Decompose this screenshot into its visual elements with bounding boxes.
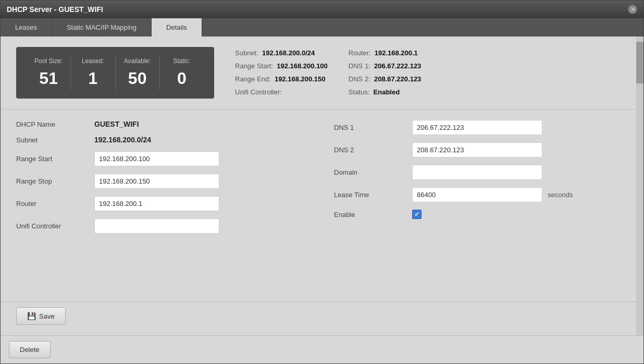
pool-size-stat: Pool Size: 51 xyxy=(27,55,71,90)
info-router: Router: 192.168.200.1 xyxy=(349,49,422,57)
form-row-domain: Domain xyxy=(334,165,621,180)
dns1-info-value: 206.67.222.123 xyxy=(374,62,421,70)
form-row-dns2: DNS 2 xyxy=(334,142,621,157)
unifi-form-label: Unifi Controller xyxy=(16,222,89,230)
pool-size-value: 51 xyxy=(33,69,64,88)
range-stop-form-label: Range Stop xyxy=(16,177,89,185)
floppy-icon: 💾 xyxy=(27,312,36,320)
info-range-start: Range Start: 192.168.200.100 xyxy=(235,62,328,70)
dns1-input[interactable] xyxy=(412,120,542,135)
domain-input[interactable] xyxy=(412,165,542,180)
domain-form-label: Domain xyxy=(334,168,407,176)
dns1-form-label: DNS 1 xyxy=(334,124,407,131)
scrollbar-track[interactable] xyxy=(636,37,643,335)
network-col-left: Subnet: 192.168.200.0/24 Range Start: 19… xyxy=(235,49,328,96)
range-start-info-value: 192.168.200.100 xyxy=(277,62,328,70)
form-row-enable: Enable xyxy=(334,210,621,219)
info-dns2: DNS 2: 208.67.220.123 xyxy=(349,75,422,83)
subnet-form-value: 192.168.200.0/24 xyxy=(94,136,151,144)
tab-bar: Leases Static MAC/IP Mapping Details xyxy=(1,18,643,37)
form-row-router: Router xyxy=(16,196,303,211)
save-button[interactable]: 💾 Save xyxy=(16,307,66,325)
dns2-info-label: DNS 2: xyxy=(349,75,370,83)
info-range-end: Range End: 192.168.200.150 xyxy=(235,75,328,83)
tab-leases[interactable]: Leases xyxy=(1,18,52,37)
delete-label: Delete xyxy=(20,346,40,354)
stats-box: Pool Size: 51 Leased: 1 Available: 50 St… xyxy=(16,47,214,99)
dns2-input[interactable] xyxy=(412,142,542,157)
leased-label: Leased: xyxy=(77,57,108,65)
available-stat: Available: 50 xyxy=(116,55,160,90)
static-stat: Static: 0 xyxy=(160,55,204,90)
form-row-range-start: Range Start xyxy=(16,151,303,166)
range-end-info-value: 192.168.200.150 xyxy=(275,75,326,83)
info-subnet: Subnet: 192.168.200.0/24 xyxy=(235,49,328,57)
leased-value: 1 xyxy=(77,69,108,88)
range-stop-input[interactable] xyxy=(94,174,219,189)
lease-time-input[interactable] xyxy=(412,187,542,202)
range-start-input[interactable] xyxy=(94,151,219,166)
enable-checkbox[interactable] xyxy=(412,210,422,219)
save-section: 💾 Save xyxy=(1,302,636,335)
window-title: DHCP Server - GUEST_WIFI xyxy=(7,5,103,14)
status-info-label: Status: xyxy=(349,88,369,96)
form-row-range-stop: Range Stop xyxy=(16,174,303,189)
range-start-info-label: Range Start: xyxy=(235,62,273,70)
leased-stat: Leased: 1 xyxy=(71,55,115,90)
router-form-label: Router xyxy=(16,200,89,208)
main-window: DHCP Server - GUEST_WIFI ✕ Leases Static… xyxy=(0,0,644,364)
subnet-form-label: Subnet xyxy=(16,136,89,144)
static-label: Static: xyxy=(166,57,197,65)
form-row-dhcp-name: DHCP Name GUEST_WIFI xyxy=(16,120,303,128)
dns2-form-label: DNS 2 xyxy=(334,146,407,154)
router-info-value: 192.168.200.1 xyxy=(375,49,418,57)
network-info: Subnet: 192.168.200.0/24 Range Start: 19… xyxy=(235,47,621,99)
form-col-left: DHCP Name GUEST_WIFI Subnet 192.168.200.… xyxy=(16,120,303,296)
dhcp-name-value: GUEST_WIFI xyxy=(94,120,139,128)
range-start-form-label: Range Start xyxy=(16,155,89,163)
subnet-info-value: 192.168.200.0/24 xyxy=(262,49,315,57)
dns2-info-value: 208.67.220.123 xyxy=(374,75,421,83)
enable-form-label: Enable xyxy=(334,211,407,219)
titlebar: DHCP Server - GUEST_WIFI ✕ xyxy=(1,1,643,18)
close-button[interactable]: ✕ xyxy=(628,5,637,14)
range-end-info-label: Range End: xyxy=(235,75,271,83)
form-row-unifi: Unifi Controller xyxy=(16,219,303,234)
router-input[interactable] xyxy=(94,196,219,211)
status-info-value: Enabled xyxy=(374,88,400,96)
info-section: Pool Size: 51 Leased: 1 Available: 50 St… xyxy=(1,37,636,109)
pool-size-label: Pool Size: xyxy=(33,57,64,65)
form-row-lease-time: Lease Time seconds xyxy=(334,187,621,202)
subnet-info-label: Subnet: xyxy=(235,49,258,57)
tab-details[interactable]: Details xyxy=(152,18,202,37)
delete-button[interactable]: Delete xyxy=(9,341,51,358)
tab-static-mac[interactable]: Static MAC/IP Mapping xyxy=(52,18,152,37)
form-row-dns1: DNS 1 xyxy=(334,120,621,135)
router-info-label: Router: xyxy=(349,49,371,57)
form-section: DHCP Name GUEST_WIFI Subnet 192.168.200.… xyxy=(1,110,636,301)
form-row-subnet: Subnet 192.168.200.0/24 xyxy=(16,136,303,144)
dns1-info-label: DNS 1: xyxy=(349,62,370,70)
main-content: Pool Size: 51 Leased: 1 Available: 50 St… xyxy=(1,37,636,335)
available-value: 50 xyxy=(122,69,153,88)
unifi-input[interactable] xyxy=(94,219,219,234)
info-dns1: DNS 1: 206.67.222.123 xyxy=(349,62,422,70)
save-label: Save xyxy=(39,312,55,320)
dhcp-name-label: DHCP Name xyxy=(16,120,89,128)
lease-time-form-label: Lease Time xyxy=(334,191,407,199)
form-col-right: DNS 1 DNS 2 Domain Lease Time seco xyxy=(334,120,621,296)
available-label: Available: xyxy=(122,57,153,65)
bottom-bar: Delete xyxy=(1,335,643,363)
unifi-info-label: Unifi Controller: xyxy=(235,88,282,96)
seconds-label: seconds xyxy=(548,191,573,199)
scrollbar-thumb[interactable] xyxy=(636,42,643,83)
static-value: 0 xyxy=(166,69,197,88)
network-col-right: Router: 192.168.200.1 DNS 1: 206.67.222.… xyxy=(349,49,422,96)
info-unifi: Unifi Controller: xyxy=(235,88,328,96)
main-body: Pool Size: 51 Leased: 1 Available: 50 St… xyxy=(1,37,643,335)
info-status: Status: Enabled xyxy=(349,88,422,96)
